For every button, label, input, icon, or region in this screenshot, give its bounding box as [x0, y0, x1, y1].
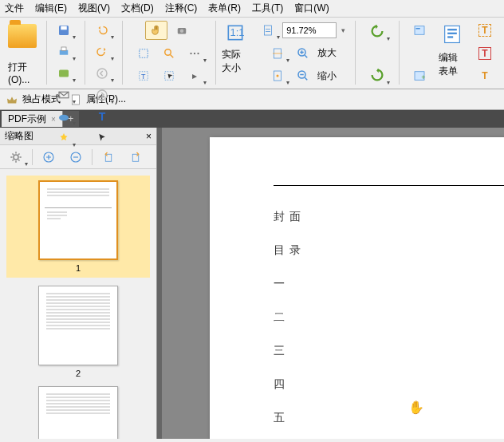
svg-text:+: + [421, 73, 425, 81]
form-highlight[interactable] [408, 21, 431, 40]
prev-button[interactable] [91, 64, 113, 83]
svg-point-12 [165, 49, 171, 55]
menu-view[interactable]: 视图(V) [78, 2, 110, 15]
svg-point-15 [197, 52, 199, 53]
more-tools[interactable] [183, 44, 206, 63]
toc-item: 三 [274, 344, 504, 358]
fit-page[interactable] [257, 21, 279, 40]
thumb-zoom-in[interactable] [37, 148, 60, 167]
svg-rect-21 [265, 26, 272, 35]
menu-bar: 文件 编辑(E) 视图(V) 文档(D) 注释(C) 表单(R) 工具(T) 窗… [0, 0, 504, 18]
select-text[interactable]: T [132, 66, 155, 85]
menu-tools[interactable]: 工具(T) [252, 2, 283, 15]
text-button[interactable]: T [91, 107, 113, 126]
menu-comment[interactable]: 注释(C) [165, 2, 198, 15]
next-button[interactable] [91, 85, 113, 105]
edit-form-button[interactable] [439, 21, 466, 48]
email-button[interactable] [53, 85, 75, 105]
svg-text:1:1: 1:1 [230, 26, 245, 38]
cloud-button[interactable] [53, 107, 75, 126]
rotate-cw[interactable] [365, 65, 389, 85]
svg-point-36 [14, 155, 18, 160]
zoom-dropdown-icon[interactable]: ▾ [341, 26, 345, 34]
panel-close-icon[interactable]: × [146, 131, 152, 142]
svg-rect-32 [447, 29, 457, 30]
rotate-left[interactable] [97, 148, 120, 167]
folder-icon [8, 24, 37, 48]
toc-item: 目录 [274, 243, 504, 258]
svg-text:T: T [141, 73, 146, 81]
actual-size-button[interactable]: 1:1 [222, 21, 249, 45]
thumbnail-page-3[interactable] [6, 386, 150, 439]
document-viewer[interactable]: 封面 目录 一 二 三 四 五 ✋ [157, 128, 504, 439]
svg-point-14 [194, 52, 195, 53]
svg-rect-4 [59, 70, 69, 77]
more-select[interactable]: ▸ [183, 66, 206, 85]
thumbnails-panel: 缩略图 × 1 2 [0, 128, 157, 439]
svg-point-6 [59, 115, 69, 121]
svg-point-10 [180, 30, 184, 34]
menu-edit[interactable]: 编辑(E) [35, 2, 67, 15]
text-annot-3[interactable]: T [474, 66, 496, 85]
main-toolbar: 打开(O)... T T ▸ [0, 18, 504, 89]
page-content: 封面 目录 一 二 三 四 五 [210, 137, 504, 439]
undo-button[interactable] [91, 21, 113, 40]
menu-window[interactable]: 窗口(W) [294, 2, 329, 15]
search-button[interactable] [158, 44, 180, 63]
zoom-in-label: 放大 [317, 46, 337, 60]
zoom-input[interactable] [282, 22, 337, 38]
panel-title: 缩略图 [5, 129, 33, 143]
svg-point-25 [276, 75, 278, 77]
svg-rect-28 [415, 28, 419, 30]
fit-visible[interactable] [266, 66, 289, 85]
tab-title: PDF示例 [8, 112, 46, 126]
svg-point-13 [190, 52, 191, 53]
toc-item: 四 [274, 377, 504, 392]
toc-item: 二 [274, 310, 504, 325]
new-button[interactable] [53, 128, 75, 148]
crown-icon [5, 93, 19, 107]
select-cursor[interactable] [158, 66, 180, 85]
rotate-right[interactable] [124, 148, 147, 167]
hand-tool[interactable] [145, 21, 167, 40]
text-annot-2[interactable]: T [474, 44, 496, 63]
open-button[interactable]: 打开(O)... [5, 21, 40, 85]
form-add[interactable]: + [408, 66, 431, 85]
pointer-button[interactable] [91, 128, 113, 148]
svg-rect-3 [61, 47, 66, 51]
fit-width[interactable] [266, 44, 289, 63]
svg-point-8 [97, 90, 107, 100]
toc-item: 封面 [274, 210, 504, 224]
rotate-ccw[interactable] [365, 21, 389, 41]
print-button[interactable] [53, 42, 75, 61]
menu-document[interactable]: 文档(D) [121, 2, 154, 15]
toc-item: 五 [274, 411, 504, 425]
zoom-out-icon[interactable] [292, 66, 314, 85]
actual-size-label: 实际大小 [222, 48, 249, 75]
workspace: 缩略图 × 1 2 [0, 128, 504, 439]
svg-rect-11 [140, 49, 148, 57]
scan-button[interactable] [53, 64, 75, 83]
thumb-zoom-out[interactable] [65, 148, 87, 167]
open-label: 打开(O)... [8, 61, 37, 85]
menu-form[interactable]: 表单(R) [208, 2, 241, 15]
redo-button[interactable] [91, 42, 113, 61]
toc-item: 一 [274, 277, 504, 291]
svg-rect-34 [447, 36, 453, 37]
thumbnails-list[interactable]: 1 2 [0, 169, 156, 439]
svg-rect-27 [415, 26, 424, 35]
thumbnail-page-2[interactable]: 2 [6, 286, 150, 378]
menu-file[interactable]: 文件 [5, 2, 24, 15]
gear-icon[interactable] [5, 148, 27, 167]
save-button[interactable] [53, 21, 75, 40]
zoom-in-icon[interactable] [292, 44, 314, 63]
edit-form-label: 编辑表单 [439, 51, 466, 78]
thumbnail-page-1[interactable]: 1 [6, 176, 150, 278]
svg-point-7 [97, 69, 107, 78]
text-annot-1[interactable]: T [474, 21, 496, 40]
select-area[interactable] [132, 44, 155, 63]
svg-rect-33 [447, 33, 457, 34]
svg-rect-1 [61, 26, 68, 30]
zoom-out-label: 缩小 [317, 69, 337, 83]
snapshot-tool[interactable] [171, 21, 193, 40]
